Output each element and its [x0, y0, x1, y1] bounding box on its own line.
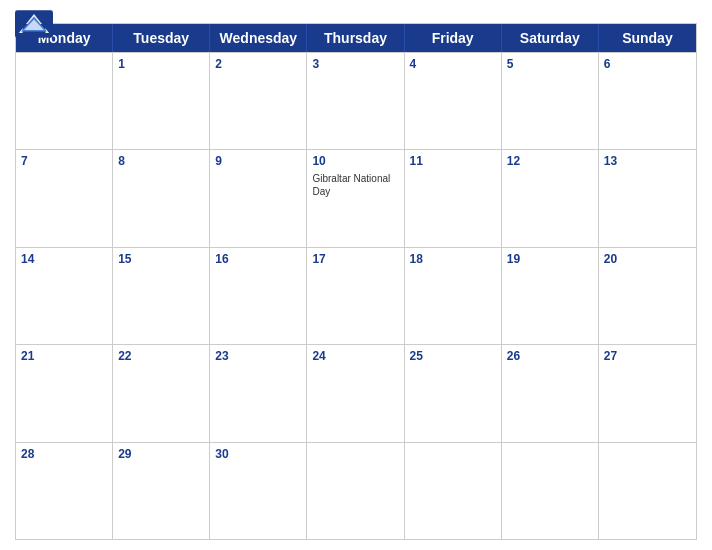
day-number: 6 — [604, 56, 691, 73]
day-cell: 25 — [405, 345, 502, 441]
day-cell: 10Gibraltar National Day — [307, 150, 404, 246]
day-cell: 7 — [16, 150, 113, 246]
day-cell: 3 — [307, 53, 404, 149]
day-cell: 5 — [502, 53, 599, 149]
day-number: 26 — [507, 348, 593, 365]
day-number: 11 — [410, 153, 496, 170]
day-cell — [502, 443, 599, 539]
weeks-container: 12345678910Gibraltar National Day1112131… — [16, 52, 696, 539]
day-number: 22 — [118, 348, 204, 365]
day-number: 25 — [410, 348, 496, 365]
general-blue-icon — [15, 10, 53, 38]
day-cell: 27 — [599, 345, 696, 441]
day-cell — [16, 53, 113, 149]
day-cell: 26 — [502, 345, 599, 441]
day-cell: 21 — [16, 345, 113, 441]
day-number: 28 — [21, 446, 107, 463]
calendar-header — [15, 10, 697, 23]
week-row-2: 78910Gibraltar National Day111213 — [16, 149, 696, 246]
day-number: 15 — [118, 251, 204, 268]
calendar-grid: MondayTuesdayWednesdayThursdayFridaySatu… — [15, 23, 697, 540]
day-cell: 20 — [599, 248, 696, 344]
day-number: 23 — [215, 348, 301, 365]
day-number: 24 — [312, 348, 398, 365]
week-row-1: 123456 — [16, 52, 696, 149]
day-number: 8 — [118, 153, 204, 170]
week-row-3: 14151617181920 — [16, 247, 696, 344]
day-header-tuesday: Tuesday — [113, 24, 210, 52]
day-header-saturday: Saturday — [502, 24, 599, 52]
day-cell: 15 — [113, 248, 210, 344]
day-header-wednesday: Wednesday — [210, 24, 307, 52]
day-number: 1 — [118, 56, 204, 73]
day-header-friday: Friday — [405, 24, 502, 52]
day-headers-row: MondayTuesdayWednesdayThursdayFridaySatu… — [16, 24, 696, 52]
day-cell: 1 — [113, 53, 210, 149]
day-cell: 12 — [502, 150, 599, 246]
day-header-sunday: Sunday — [599, 24, 696, 52]
day-cell: 18 — [405, 248, 502, 344]
day-cell — [599, 443, 696, 539]
day-number: 14 — [21, 251, 107, 268]
day-number: 30 — [215, 446, 301, 463]
day-number: 27 — [604, 348, 691, 365]
week-row-5: 282930 — [16, 442, 696, 539]
day-cell: 22 — [113, 345, 210, 441]
day-cell: 6 — [599, 53, 696, 149]
day-number: 20 — [604, 251, 691, 268]
day-cell: 19 — [502, 248, 599, 344]
day-cell: 4 — [405, 53, 502, 149]
day-cell: 30 — [210, 443, 307, 539]
day-number: 29 — [118, 446, 204, 463]
day-number: 21 — [21, 348, 107, 365]
day-cell: 24 — [307, 345, 404, 441]
day-number: 12 — [507, 153, 593, 170]
day-cell: 17 — [307, 248, 404, 344]
page: MondayTuesdayWednesdayThursdayFridaySatu… — [0, 0, 712, 550]
day-number: 13 — [604, 153, 691, 170]
day-number: 5 — [507, 56, 593, 73]
day-header-thursday: Thursday — [307, 24, 404, 52]
day-number: 9 — [215, 153, 301, 170]
day-cell: 23 — [210, 345, 307, 441]
day-number: 10 — [312, 153, 398, 170]
event-label: Gibraltar National Day — [312, 172, 398, 198]
day-cell: 14 — [16, 248, 113, 344]
day-number: 4 — [410, 56, 496, 73]
day-cell: 28 — [16, 443, 113, 539]
day-number: 16 — [215, 251, 301, 268]
day-cell — [405, 443, 502, 539]
day-number: 3 — [312, 56, 398, 73]
day-cell: 11 — [405, 150, 502, 246]
day-cell: 2 — [210, 53, 307, 149]
day-cell: 8 — [113, 150, 210, 246]
day-cell: 29 — [113, 443, 210, 539]
day-number: 2 — [215, 56, 301, 73]
day-cell: 9 — [210, 150, 307, 246]
day-cell — [307, 443, 404, 539]
logo — [15, 10, 53, 38]
day-number: 19 — [507, 251, 593, 268]
day-cell: 13 — [599, 150, 696, 246]
day-number: 18 — [410, 251, 496, 268]
day-number: 17 — [312, 251, 398, 268]
day-cell: 16 — [210, 248, 307, 344]
week-row-4: 21222324252627 — [16, 344, 696, 441]
day-number: 7 — [21, 153, 107, 170]
